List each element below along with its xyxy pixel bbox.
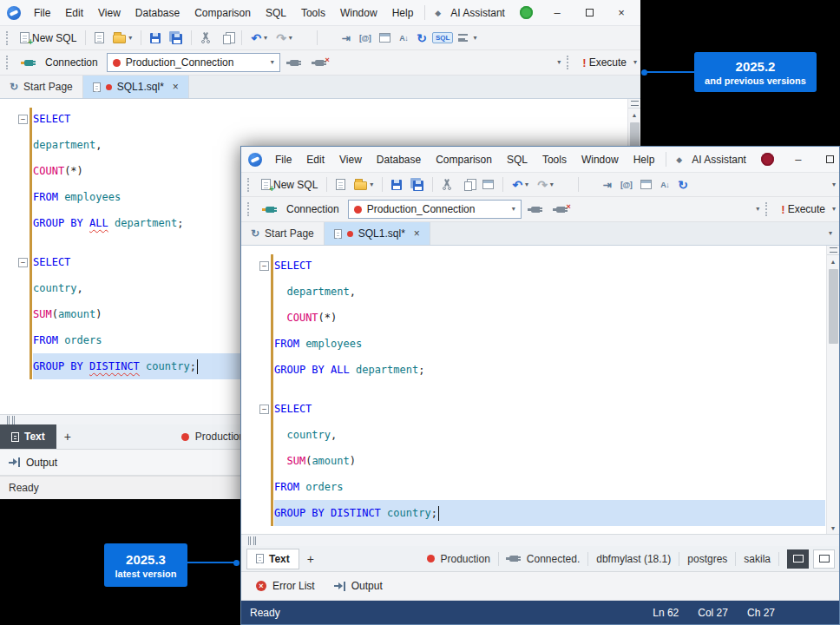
code-area[interactable]: −SELECT department, COUNT(*)FROM employe…: [241, 246, 825, 526]
new-file-button[interactable]: [91, 30, 108, 45]
results-tab-text[interactable]: Text: [0, 424, 56, 449]
toolbar-grip[interactable]: [6, 56, 10, 69]
menu-view[interactable]: View: [91, 3, 128, 23]
redo-dropdown-caret[interactable]: ▾: [550, 181, 554, 188]
text-view-button[interactable]: [813, 549, 835, 569]
code-line[interactable]: FROM orders: [241, 474, 825, 500]
refresh-button[interactable]: ↻: [674, 177, 692, 193]
add-results-tab-button[interactable]: +: [56, 430, 79, 444]
undo-button[interactable]: ↶▾: [509, 177, 532, 193]
user-avatar[interactable]: [761, 153, 774, 166]
editor-gutter[interactable]: −: [0, 115, 33, 124]
new-connection-button[interactable]: [18, 58, 40, 68]
fold-collapse-marker[interactable]: −: [259, 261, 269, 271]
close-button[interactable]: ×: [606, 1, 637, 25]
menu-tools[interactable]: Tools: [294, 3, 332, 23]
toolbar-grip[interactable]: [765, 202, 770, 216]
code-text[interactable]: SELECT: [33, 106, 627, 132]
execute-dropdown-caret[interactable]: ▾: [832, 206, 836, 213]
redo-button[interactable]: ↷▾: [534, 177, 557, 193]
redo-dropdown-caret[interactable]: ▾: [289, 35, 292, 42]
connection-combobox[interactable]: Production_Connection ▾: [107, 53, 280, 72]
user-avatar[interactable]: [520, 6, 533, 19]
connection-combobox[interactable]: Production_Connection ▾: [348, 200, 522, 219]
scroll-up-arrow[interactable]: ▲: [827, 255, 839, 267]
undo-button[interactable]: ↶▾: [247, 30, 271, 46]
save-button[interactable]: [147, 31, 164, 45]
new-sql-button[interactable]: New SQL: [258, 177, 321, 193]
fold-collapse-marker[interactable]: −: [18, 115, 28, 124]
undo-dropdown-caret[interactable]: ▾: [525, 181, 528, 188]
connbar-overflow-caret[interactable]: ▾: [756, 206, 759, 213]
copy-button[interactable]: [216, 30, 236, 46]
cut-button[interactable]: [197, 30, 214, 45]
disconnect-button[interactable]: ×: [309, 58, 331, 68]
code-line[interactable]: FROM employees: [241, 331, 825, 357]
code-text[interactable]: department,: [274, 279, 825, 305]
code-text[interactable]: GROUP BY DISTINCT country;: [274, 500, 825, 526]
menu-tools[interactable]: Tools: [535, 150, 574, 169]
vertical-scrollbar[interactable]: ▲ ▼: [826, 246, 839, 534]
minimize-button[interactable]: –: [541, 1, 573, 25]
tab-start-page[interactable]: ↻ Start Page: [0, 76, 83, 98]
scroll-down-arrow[interactable]: ▼: [827, 522, 839, 534]
save-button[interactable]: [388, 178, 405, 192]
copy-button[interactable]: [457, 177, 477, 193]
menu-help[interactable]: Help: [627, 150, 662, 169]
sort-button[interactable]: A↓: [657, 179, 673, 191]
paste-button[interactable]: [479, 178, 497, 191]
code-line[interactable]: COUNT(*): [241, 305, 825, 331]
execute-dropdown-caret[interactable]: ▾: [633, 59, 637, 66]
disconnect-button[interactable]: ×: [550, 205, 572, 214]
menu-database[interactable]: Database: [128, 3, 187, 23]
editor-gutter[interactable]: −: [241, 405, 274, 414]
scroll-up-arrow[interactable]: ▲: [628, 109, 640, 121]
new-window-button[interactable]: [637, 178, 655, 191]
ai-assistant-button[interactable]: AI Assistant: [443, 3, 512, 23]
tab-close-icon[interactable]: ×: [414, 227, 420, 240]
tab-close-icon[interactable]: ×: [173, 81, 179, 93]
toolbar-grip[interactable]: [247, 202, 252, 216]
fold-collapse-marker[interactable]: −: [18, 258, 28, 267]
toolbar-grip[interactable]: [6, 31, 10, 45]
code-text[interactable]: COUNT(*): [274, 305, 825, 331]
code-line[interactable]: −SELECT: [0, 106, 627, 132]
toolbar-overflow-caret[interactable]: ▾: [473, 35, 476, 42]
tab-start-page[interactable]: ↻ Start Page: [241, 222, 325, 245]
redo-button[interactable]: ↷▾: [272, 30, 296, 46]
code-line[interactable]: country,: [241, 422, 825, 448]
snippet-button[interactable]: [@]: [356, 32, 374, 44]
results-tab-text[interactable]: Text: [246, 549, 299, 569]
sql-editor[interactable]: −SELECT department, COUNT(*)FROM employe…: [241, 246, 839, 534]
splitter-button[interactable]: [628, 99, 641, 109]
new-window-button[interactable]: [376, 31, 394, 44]
open-dropdown-caret[interactable]: ▾: [370, 181, 373, 188]
code-text[interactable]: GROUP BY ALL department;: [274, 357, 825, 383]
code-text[interactable]: SELECT: [274, 253, 825, 279]
ai-assistant-button[interactable]: AI Assistant: [685, 150, 753, 169]
minimize-button[interactable]: –: [783, 148, 814, 172]
editor-gutter[interactable]: −: [241, 261, 274, 271]
save-all-button[interactable]: [166, 30, 186, 46]
connect-button[interactable]: [284, 58, 305, 68]
fold-collapse-marker[interactable]: −: [259, 405, 269, 414]
maximize-button[interactable]: [815, 148, 840, 172]
goto-button[interactable]: ⇥: [338, 31, 354, 45]
grid-view-button[interactable]: [787, 549, 809, 569]
menu-comparison[interactable]: Comparison: [429, 150, 499, 169]
tab-sql1[interactable]: SQL1.sql* ×: [325, 222, 430, 245]
sql-toggle-button[interactable]: SQL: [432, 32, 453, 43]
new-file-button[interactable]: [332, 177, 349, 192]
connect-button[interactable]: [525, 205, 547, 214]
menu-sql[interactable]: SQL: [500, 150, 535, 169]
open-file-button[interactable]: ▾: [109, 30, 135, 45]
code-line[interactable]: GROUP BY ALL department;: [241, 357, 825, 383]
menu-file[interactable]: File: [268, 150, 299, 169]
code-line[interactable]: −SELECT: [241, 253, 825, 279]
code-line[interactable]: GROUP BY DISTINCT country;: [241, 500, 825, 526]
tab-sql1[interactable]: SQL1.sql* ×: [83, 76, 189, 98]
pane-splitter[interactable]: [241, 534, 839, 546]
save-all-button[interactable]: [407, 176, 427, 193]
sort-button[interactable]: A↓: [396, 32, 411, 44]
menu-file[interactable]: File: [27, 3, 57, 23]
